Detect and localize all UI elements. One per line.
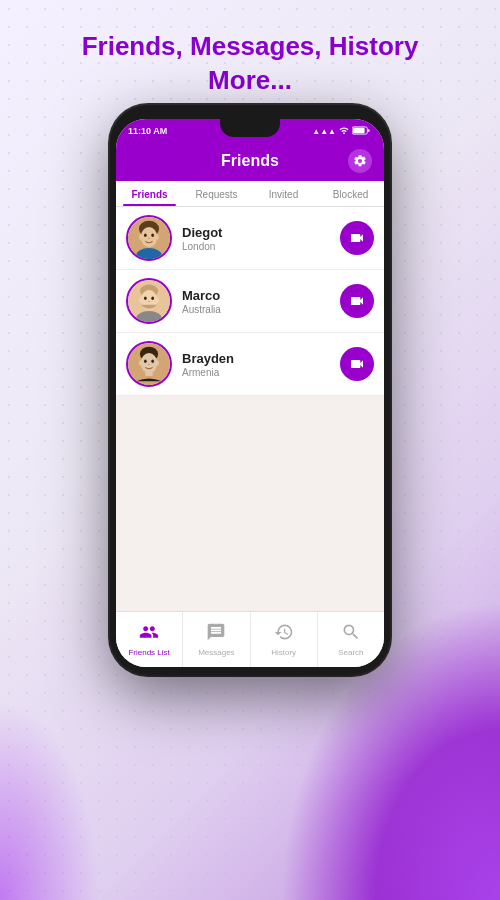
svg-point-10: [139, 234, 143, 239]
friends-list-icon: [139, 622, 159, 646]
phone-shell: 11:10 AM ▲▲▲: [110, 105, 390, 675]
history-icon: [274, 622, 294, 646]
messages-icon: [206, 622, 226, 646]
nav-label-search: Search: [338, 648, 363, 657]
svg-point-24: [141, 353, 157, 373]
nav-item-search[interactable]: Search: [318, 612, 384, 667]
svg-point-11: [155, 234, 159, 239]
phone-notch: [220, 119, 280, 137]
search-icon: [341, 622, 361, 646]
nav-item-messages[interactable]: Messages: [183, 612, 250, 667]
friend-name: Marco: [182, 288, 330, 303]
status-icons: ▲▲▲: [312, 126, 370, 137]
video-call-button[interactable]: [340, 347, 374, 381]
svg-rect-2: [353, 127, 365, 132]
video-call-button[interactable]: [340, 284, 374, 318]
friend-item: Diegot London: [116, 207, 384, 270]
nav-item-history[interactable]: History: [251, 612, 318, 667]
svg-point-7: [144, 234, 147, 237]
tab-friends[interactable]: Friends: [116, 181, 183, 206]
nav-item-friends-list[interactable]: Friends List: [116, 612, 183, 667]
svg-point-16: [144, 297, 147, 300]
friend-item: Brayden Armenia: [116, 333, 384, 396]
svg-point-29: [155, 360, 159, 365]
svg-point-9: [148, 238, 150, 239]
video-icon: [349, 356, 365, 372]
video-icon: [349, 230, 365, 246]
friend-location: Armenia: [182, 367, 330, 378]
avatar: [126, 215, 172, 261]
svg-point-27: [148, 364, 150, 365]
avatar: [126, 278, 172, 324]
promo-title-line1: Friends, Messages, History: [82, 31, 419, 61]
battery-icon: [352, 126, 370, 137]
nav-label-history: History: [271, 648, 296, 657]
tab-requests[interactable]: Requests: [183, 181, 250, 206]
friend-location: London: [182, 241, 330, 252]
settings-button[interactable]: [348, 149, 372, 173]
promo-title-line2: More...: [208, 65, 292, 95]
svg-point-17: [151, 297, 154, 300]
video-icon: [349, 293, 365, 309]
signal-icon: ▲▲▲: [312, 127, 336, 136]
friend-info: Marco Australia: [182, 288, 330, 315]
friend-item: Marco Australia: [116, 270, 384, 333]
svg-point-20: [155, 297, 159, 302]
svg-rect-30: [145, 370, 152, 375]
svg-point-19: [139, 297, 143, 302]
app-header: Friends: [116, 141, 384, 181]
svg-point-8: [151, 234, 154, 237]
phone-screen: 11:10 AM ▲▲▲: [116, 119, 384, 667]
bottom-nav: Friends List Messages History: [116, 611, 384, 667]
friends-list: Diegot London: [116, 207, 384, 611]
svg-point-0: [343, 132, 345, 134]
friend-info: Brayden Armenia: [182, 351, 330, 378]
svg-point-6: [141, 227, 157, 247]
svg-point-18: [148, 301, 150, 302]
svg-rect-3: [368, 129, 370, 132]
friend-info: Diegot London: [182, 225, 330, 252]
svg-point-28: [139, 360, 143, 365]
tab-invited[interactable]: Invited: [250, 181, 317, 206]
gear-icon: [353, 154, 367, 168]
friend-name: Diegot: [182, 225, 330, 240]
app-header-title: Friends: [221, 152, 279, 170]
avatar-face-diegot: [128, 217, 170, 259]
svg-point-26: [151, 360, 154, 363]
status-time: 11:10 AM: [128, 126, 167, 136]
video-call-button[interactable]: [340, 221, 374, 255]
svg-point-25: [144, 360, 147, 363]
bg-accent-left: [0, 700, 100, 900]
friend-name: Brayden: [182, 351, 330, 366]
wifi-icon: [339, 126, 349, 136]
friend-location: Australia: [182, 304, 330, 315]
nav-label-messages: Messages: [198, 648, 234, 657]
promo-title: Friends, Messages, History More...: [0, 30, 500, 98]
avatar: [126, 341, 172, 387]
tabs-bar: Friends Requests Invited Blocked: [116, 181, 384, 207]
tab-blocked[interactable]: Blocked: [317, 181, 384, 206]
nav-label-friends-list: Friends List: [128, 648, 169, 657]
